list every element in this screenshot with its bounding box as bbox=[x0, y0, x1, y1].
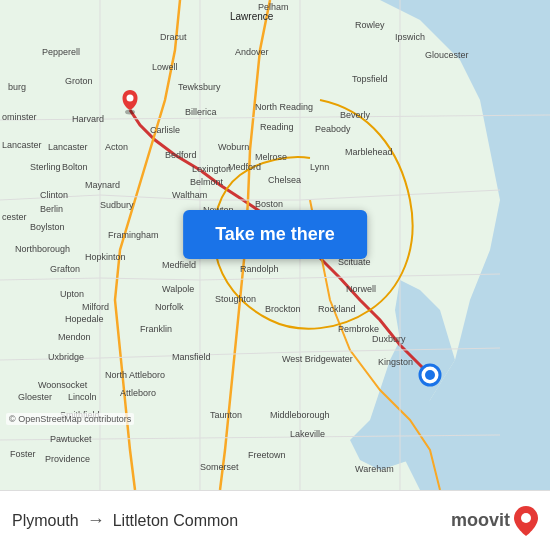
svg-text:Stoughton: Stoughton bbox=[215, 294, 256, 304]
svg-text:Brockton: Brockton bbox=[265, 304, 301, 314]
svg-text:ominster: ominster bbox=[2, 112, 37, 122]
svg-text:Woonsocket: Woonsocket bbox=[38, 380, 88, 390]
route-arrow: → bbox=[87, 510, 105, 531]
svg-text:Randolph: Randolph bbox=[240, 264, 279, 274]
svg-text:North Attleboro: North Attleboro bbox=[105, 370, 165, 380]
svg-text:Milford: Milford bbox=[82, 302, 109, 312]
svg-text:Topsfield: Topsfield bbox=[352, 74, 388, 84]
svg-text:Walpole: Walpole bbox=[162, 284, 194, 294]
svg-text:Gloucester: Gloucester bbox=[425, 50, 469, 60]
svg-text:Boston: Boston bbox=[255, 199, 283, 209]
svg-text:Grafton: Grafton bbox=[50, 264, 80, 274]
svg-text:Middleborough: Middleborough bbox=[270, 410, 330, 420]
svg-text:Berlin: Berlin bbox=[40, 204, 63, 214]
svg-text:burg: burg bbox=[8, 82, 26, 92]
svg-text:Franklin: Franklin bbox=[140, 324, 172, 334]
svg-text:Billerica: Billerica bbox=[185, 107, 217, 117]
svg-text:Ipswich: Ipswich bbox=[395, 32, 425, 42]
svg-text:Carlisle: Carlisle bbox=[150, 125, 180, 135]
svg-text:Norwell: Norwell bbox=[346, 284, 376, 294]
svg-text:Providence: Providence bbox=[45, 454, 90, 464]
svg-text:Pepperell: Pepperell bbox=[42, 47, 80, 57]
svg-text:Hopedale: Hopedale bbox=[65, 314, 104, 324]
svg-point-89 bbox=[521, 513, 531, 523]
svg-text:Medfield: Medfield bbox=[162, 260, 196, 270]
svg-text:Gloester: Gloester bbox=[18, 392, 52, 402]
svg-text:Tewksbury: Tewksbury bbox=[178, 82, 221, 92]
svg-text:Bolton: Bolton bbox=[62, 162, 88, 172]
footer: Plymouth → Littleton Common moovit bbox=[0, 490, 550, 550]
svg-text:Groton: Groton bbox=[65, 76, 93, 86]
svg-text:Belmont: Belmont bbox=[190, 177, 224, 187]
svg-point-85 bbox=[125, 110, 135, 115]
svg-text:Reading: Reading bbox=[260, 122, 294, 132]
svg-text:Lancaster: Lancaster bbox=[48, 142, 88, 152]
svg-text:Beverly: Beverly bbox=[340, 110, 371, 120]
svg-text:Boylston: Boylston bbox=[30, 222, 65, 232]
svg-text:Freetown: Freetown bbox=[248, 450, 286, 460]
svg-text:Woburn: Woburn bbox=[218, 142, 249, 152]
map-attribution: © OpenStreetMap contributors bbox=[6, 413, 134, 425]
svg-text:Melrose: Melrose bbox=[255, 152, 287, 162]
svg-text:West Bridgewater: West Bridgewater bbox=[282, 354, 353, 364]
take-me-there-button[interactable]: Take me there bbox=[183, 210, 367, 259]
svg-text:Upton: Upton bbox=[60, 289, 84, 299]
svg-text:Medford: Medford bbox=[228, 162, 261, 172]
svg-text:Mansfield: Mansfield bbox=[172, 352, 211, 362]
origin-marker bbox=[420, 365, 440, 385]
origin-label: Plymouth bbox=[12, 512, 79, 530]
svg-text:Kingston: Kingston bbox=[378, 357, 413, 367]
label-lawrence: Lawrence bbox=[230, 11, 274, 22]
svg-text:Chelsea: Chelsea bbox=[268, 175, 301, 185]
svg-text:Northborough: Northborough bbox=[15, 244, 70, 254]
moovit-text: moovit bbox=[451, 510, 510, 531]
svg-text:Foster: Foster bbox=[10, 449, 36, 459]
svg-text:Mendon: Mendon bbox=[58, 332, 91, 342]
route-info: Plymouth → Littleton Common bbox=[12, 510, 238, 531]
svg-text:Lexington: Lexington bbox=[192, 164, 231, 174]
svg-text:Lakeville: Lakeville bbox=[290, 429, 325, 439]
moovit-logo: moovit bbox=[451, 506, 538, 536]
svg-text:Bedford: Bedford bbox=[165, 150, 197, 160]
svg-text:Pawtucket: Pawtucket bbox=[50, 434, 92, 444]
svg-text:Sterling: Sterling bbox=[30, 162, 61, 172]
svg-text:Peabody: Peabody bbox=[315, 124, 351, 134]
svg-text:Waltham: Waltham bbox=[172, 190, 207, 200]
svg-text:Clinton: Clinton bbox=[40, 190, 68, 200]
svg-text:Lancaster: Lancaster bbox=[2, 140, 42, 150]
svg-text:Wareham: Wareham bbox=[355, 464, 394, 474]
svg-text:North Reading: North Reading bbox=[255, 102, 313, 112]
svg-text:Pembroke: Pembroke bbox=[338, 324, 379, 334]
svg-text:Lowell: Lowell bbox=[152, 62, 178, 72]
svg-text:Somerset: Somerset bbox=[200, 462, 239, 472]
svg-text:Dracut: Dracut bbox=[160, 32, 187, 42]
svg-text:Maynard: Maynard bbox=[85, 180, 120, 190]
svg-text:Andover: Andover bbox=[235, 47, 269, 57]
moovit-pin-icon bbox=[514, 506, 538, 536]
svg-text:Sudbury: Sudbury bbox=[100, 200, 134, 210]
svg-text:Hopkinton: Hopkinton bbox=[85, 252, 126, 262]
svg-text:Acton: Acton bbox=[105, 142, 128, 152]
svg-point-88 bbox=[425, 370, 435, 380]
svg-text:Taunton: Taunton bbox=[210, 410, 242, 420]
svg-point-86 bbox=[127, 95, 134, 102]
svg-text:Rockland: Rockland bbox=[318, 304, 356, 314]
svg-text:Marblehead: Marblehead bbox=[345, 147, 393, 157]
svg-text:Harvard: Harvard bbox=[72, 114, 104, 124]
svg-text:Rowley: Rowley bbox=[355, 20, 385, 30]
svg-text:Norfolk: Norfolk bbox=[155, 302, 184, 312]
svg-text:Attleboro: Attleboro bbox=[120, 388, 156, 398]
svg-text:Lynn: Lynn bbox=[310, 162, 329, 172]
svg-text:Framingham: Framingham bbox=[108, 230, 159, 240]
svg-text:Duxbury: Duxbury bbox=[372, 334, 406, 344]
destination-label: Littleton Common bbox=[113, 512, 238, 530]
svg-text:Uxbridge: Uxbridge bbox=[48, 352, 84, 362]
svg-text:Pelham: Pelham bbox=[258, 2, 289, 12]
map-container: Lawrence Pepperell Groton Lowell Tewksbu… bbox=[0, 0, 550, 490]
svg-text:Lincoln: Lincoln bbox=[68, 392, 97, 402]
svg-text:cester: cester bbox=[2, 212, 27, 222]
